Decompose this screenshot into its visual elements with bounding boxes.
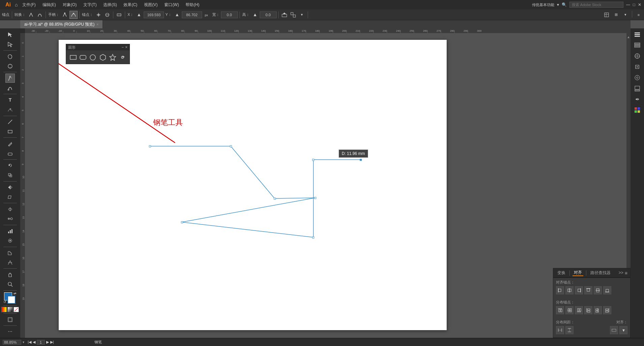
column-graph-tool[interactable] xyxy=(5,248,15,257)
artboard-tool[interactable] xyxy=(5,315,15,324)
align-tab-transform[interactable]: 变换 xyxy=(556,270,567,276)
page-first-btn[interactable]: |◀ xyxy=(28,340,31,344)
export-btn[interactable] xyxy=(633,84,642,93)
select-tool[interactable] xyxy=(5,30,15,39)
default-colors-icon[interactable]: ↺ xyxy=(3,300,6,304)
shape-rounded-rect-btn[interactable] xyxy=(78,53,88,62)
convert-smooth-btn[interactable] xyxy=(36,11,44,19)
more-arrange-btn[interactable]: ▾ xyxy=(298,11,306,19)
direct-select-tool[interactable] xyxy=(5,40,15,49)
scroll-up-btn[interactable]: ▲ xyxy=(626,35,631,39)
page-next-btn[interactable]: ▶ xyxy=(46,340,49,344)
h-value-input[interactable] xyxy=(260,11,277,18)
shape-hexagon-btn[interactable] xyxy=(98,53,108,62)
shape-star-btn[interactable] xyxy=(108,53,117,62)
reflect-tool[interactable] xyxy=(5,183,15,192)
pencil-tool[interactable] xyxy=(5,139,15,148)
stroke-color-box[interactable] xyxy=(7,296,16,304)
menu-view[interactable]: 视图(V) xyxy=(143,1,159,8)
menu-effect[interactable]: 效果(C) xyxy=(122,1,139,8)
line-tool[interactable] xyxy=(5,117,15,127)
canvas-area[interactable]: -30 -20 -10 0 10 20 30 40 50 60 70 80 90… xyxy=(20,28,631,338)
swap-colors-icon[interactable]: ⇄ xyxy=(13,292,16,295)
anchor-add-btn[interactable] xyxy=(94,11,103,19)
align-left-btn[interactable] xyxy=(556,286,564,294)
transform-btn[interactable] xyxy=(280,11,288,19)
distribute-hcenter-btn[interactable] xyxy=(594,306,602,314)
align-top-btn[interactable] xyxy=(584,286,592,294)
shape-panel-close-btn[interactable]: × xyxy=(125,45,128,50)
menu-help[interactable]: 帮助(H) xyxy=(184,1,201,8)
panel-more-btn[interactable]: ▾ xyxy=(621,11,629,19)
distribute-top-btn[interactable] xyxy=(556,306,564,314)
swatches-btn[interactable] xyxy=(633,105,642,115)
graph-tool[interactable] xyxy=(5,227,15,236)
home-icon[interactable]: ⌂ xyxy=(15,2,18,7)
align-to-more-btn[interactable]: ▾ xyxy=(619,326,627,334)
zoom-input[interactable] xyxy=(3,340,21,345)
type-on-path-tool[interactable]: T xyxy=(5,105,15,114)
arrange-btn[interactable] xyxy=(289,11,297,19)
shape-tool[interactable] xyxy=(5,127,15,136)
perspective-grid-tool[interactable] xyxy=(5,258,15,267)
gradient-mode-btn[interactable] xyxy=(7,307,13,312)
convert-corner-btn[interactable] xyxy=(27,11,35,19)
menu-window[interactable]: 窗口(W) xyxy=(163,1,180,8)
magic-wand-tool[interactable] xyxy=(5,61,15,71)
distribute-btn[interactable] xyxy=(115,11,123,19)
more-options-btn[interactable]: ≡ xyxy=(635,11,643,19)
search-input[interactable] xyxy=(569,2,623,8)
page-input[interactable] xyxy=(37,340,45,345)
page-last-btn[interactable]: ▶| xyxy=(50,340,54,344)
zoom-tool[interactable] xyxy=(5,280,15,289)
tab-main[interactable]: ai-学习.ai* @ 88.85% (RGB/GPU 预览) × xyxy=(20,20,103,28)
close-window-icon[interactable]: ✕ xyxy=(638,2,641,7)
align-tab-pathfinder[interactable]: 路径查找器 xyxy=(589,270,612,276)
menu-edit[interactable]: 编辑(E) xyxy=(41,1,57,8)
type-tool[interactable]: T xyxy=(5,96,15,105)
distribute-vcenter-btn[interactable] xyxy=(565,306,573,314)
hand-pen-btn[interactable] xyxy=(61,11,69,19)
libraries-btn[interactable] xyxy=(633,73,642,82)
align-to-selection-btn[interactable] xyxy=(610,326,618,334)
menu-text[interactable]: 文字(T) xyxy=(82,1,98,8)
distribute-left-btn[interactable] xyxy=(584,306,592,314)
shape-circle-btn[interactable] xyxy=(88,53,97,62)
w-value-input[interactable] xyxy=(221,11,238,18)
layers-icon-btn[interactable] xyxy=(633,41,642,50)
align-right-btn[interactable] xyxy=(575,286,583,294)
align-vcenter-btn[interactable] xyxy=(594,286,602,294)
hand-smooth-active[interactable] xyxy=(69,11,78,19)
rotate-tool[interactable] xyxy=(5,161,15,170)
menu-object[interactable]: 对象(O) xyxy=(61,1,78,8)
workspace-dropdown-icon[interactable]: ▾ xyxy=(557,2,559,7)
color-mode-btn[interactable] xyxy=(1,307,7,312)
distribute-bottom-btn[interactable] xyxy=(575,306,583,314)
tab-close-btn[interactable]: × xyxy=(96,23,99,26)
minimize-window-icon[interactable]: — xyxy=(626,2,630,7)
menu-select[interactable]: 选择(S) xyxy=(102,1,118,8)
lasso-tool[interactable] xyxy=(5,52,15,61)
arrange-order-btn[interactable] xyxy=(603,11,611,19)
symbols-btn[interactable] xyxy=(633,62,642,72)
hand-tool[interactable] xyxy=(5,270,15,279)
links-btn[interactable] xyxy=(633,95,642,104)
brushes-btn[interactable] xyxy=(633,51,642,61)
anchor-delete-btn[interactable] xyxy=(103,11,111,19)
curvature-tool[interactable] xyxy=(5,83,15,92)
scale-tool[interactable] xyxy=(5,171,15,180)
panel-btn[interactable]: ⊞ xyxy=(612,11,620,19)
align-panel-menu-btn[interactable]: ≡ xyxy=(625,270,627,276)
more-tools-btn[interactable]: ··· xyxy=(5,327,15,336)
distribute-right-btn[interactable] xyxy=(603,306,611,314)
shear-tool[interactable] xyxy=(5,192,15,202)
shape-rectangle-btn[interactable] xyxy=(68,53,78,62)
properties-btn[interactable] xyxy=(633,30,642,39)
y-value-input[interactable] xyxy=(182,11,202,18)
none-mode-btn[interactable] xyxy=(13,307,19,312)
zoom-dropdown-btn[interactable]: ▾ xyxy=(23,340,24,344)
shape-panel-minimize-btn[interactable]: − xyxy=(121,45,124,50)
distribute-hspacing-btn[interactable] xyxy=(565,326,573,334)
symbol-tool[interactable] xyxy=(5,236,15,245)
align-bottom-btn[interactable] xyxy=(603,286,611,294)
